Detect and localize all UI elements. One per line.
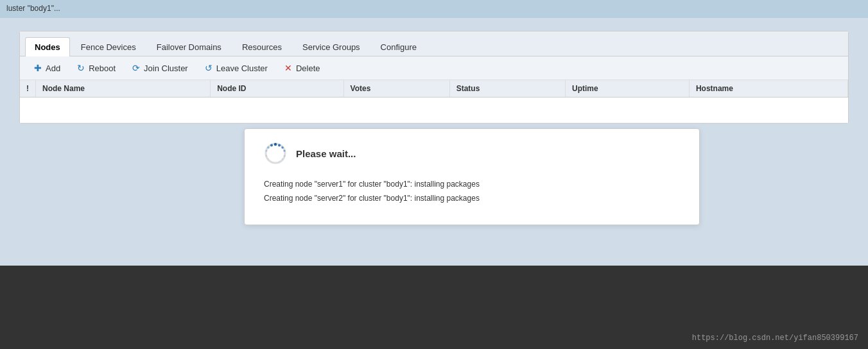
loading-spinner-icon [264,142,287,165]
tab-failover-domains[interactable]: Failover Domains [147,37,231,56]
svg-point-13 [271,160,272,162]
add-icon: ✚ [33,63,43,73]
please-wait-overlay: Please wait... Creating node "server1" f… [244,128,700,225]
svg-point-3 [281,146,284,149]
top-bar: luster "body1"... [0,0,868,18]
join-cluster-button[interactable]: ⟳ Join Cluster [125,60,195,76]
delete-icon: ✕ [283,63,293,73]
reboot-icon: ↻ [76,63,86,73]
leave-cluster-button[interactable]: ↺ Leave Cluster [197,60,274,76]
col-status: Status [449,80,565,98]
col-hostname: Hostname [689,80,847,98]
svg-point-7 [279,160,280,162]
progress-message-1: Creating node "server1" for cluster "bod… [264,178,680,192]
tab-fence-devices[interactable]: Fence Devices [71,37,146,56]
progress-message-2: Creating node "server2" for cluster "bod… [264,192,680,206]
tab-nodes[interactable]: Nodes [25,37,70,56]
tab-service-groups[interactable]: Service Groups [293,37,370,56]
add-button[interactable]: ✚ Add [26,60,67,76]
tab-resources[interactable]: Resources [232,37,291,56]
progress-messages: Creating node "server1" for cluster "bod… [264,178,680,205]
table-row-empty [20,98,848,123]
toolbar: ✚ Add ↻ Reboot ⟳ Join Cluster ↺ Leave Cl… [20,56,848,80]
page-footer: https://blog.csdn.net/yifan850399167 [0,266,868,349]
join-label: Join Cluster [144,64,188,73]
nodes-table: ! Node Name Node ID Votes Status Uptime … [20,80,848,123]
overlay-header: Please wait... [264,142,680,165]
svg-point-10 [265,149,267,151]
col-indicator: ! [20,80,36,98]
svg-point-1 [274,143,277,146]
svg-point-8 [270,144,273,147]
main-container: Nodes Fence Devices Failover Domains Res… [19,31,849,124]
table-header-row: ! Node Name Node ID Votes Status Uptime … [20,80,848,98]
tab-configure[interactable]: Configure [371,37,426,56]
col-votes: Votes [343,80,449,98]
table-container: ! Node Name Node ID Votes Status Uptime … [20,80,848,123]
reboot-label: Reboot [89,64,116,73]
join-icon: ⟳ [131,63,141,73]
leave-icon: ↺ [204,63,214,73]
please-wait-text: Please wait... [296,148,356,159]
delete-button[interactable]: ✕ Delete [277,60,327,76]
add-label: Add [46,64,60,73]
svg-point-11 [266,155,268,157]
leave-label: Leave Cluster [216,64,268,73]
col-node-id: Node ID [211,80,343,98]
footer-link: https://blog.csdn.net/yifan850399167 [692,334,858,343]
svg-point-2 [278,144,281,147]
col-uptime: Uptime [566,80,690,98]
top-bar-text: luster "body1"... [6,4,60,13]
svg-point-12 [268,158,270,160]
reboot-button[interactable]: ↻ Reboot [69,60,122,76]
svg-point-4 [283,149,285,151]
svg-point-9 [267,146,270,149]
svg-point-5 [284,155,286,157]
delete-label: Delete [296,64,320,73]
tab-bar: Nodes Fence Devices Failover Domains Res… [20,31,848,56]
svg-point-6 [282,158,284,160]
col-node-name: Node Name [36,80,211,98]
